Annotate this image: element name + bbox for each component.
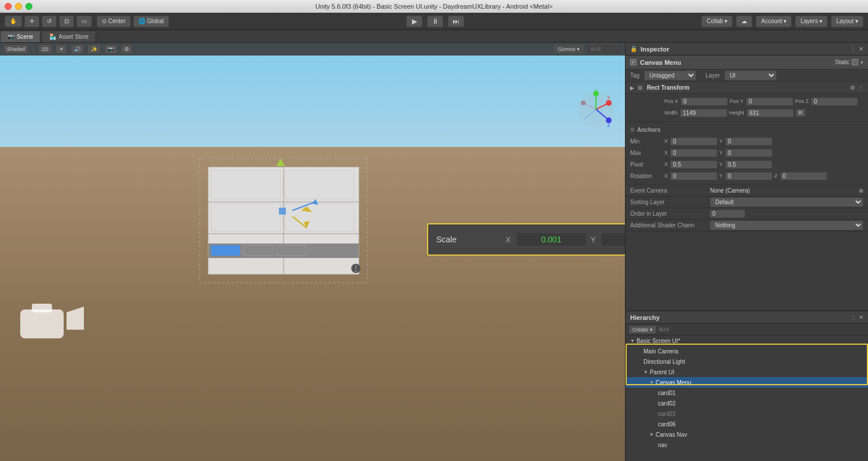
- rotation-y-input[interactable]: [726, 172, 772, 180]
- width-input[interactable]: [681, 109, 727, 117]
- scale-x-value[interactable]: 0.001: [517, 233, 586, 246]
- pivot-x-input[interactable]: [671, 161, 717, 168]
- rect-tool[interactable]: ▭: [76, 16, 92, 27]
- move-tool[interactable]: ✛: [24, 16, 39, 27]
- svg-rect-12: [211, 245, 240, 256]
- lock-icon: 🔒: [630, 46, 637, 52]
- tab-asset-store[interactable]: 🏪 Asset Store: [42, 31, 96, 42]
- pause-button[interactable]: ⏸: [427, 16, 443, 27]
- layers-button[interactable]: Layers ▾: [795, 16, 827, 27]
- hierarchy-item-canvas-menu[interactable]: ▼ Canvas Menu: [626, 377, 868, 388]
- 2d-button[interactable]: 2D: [38, 45, 52, 54]
- global-button[interactable]: 🌐 Global: [133, 16, 169, 27]
- minimize-button[interactable]: [15, 3, 22, 10]
- static-dropdown-icon[interactable]: ▾: [860, 60, 863, 65]
- step-button[interactable]: ⏭: [448, 16, 464, 27]
- camera-button[interactable]: 📷: [104, 45, 117, 54]
- maximize-button[interactable]: [25, 3, 32, 10]
- anchor-max-y-input[interactable]: [726, 149, 772, 157]
- section-gear-icon[interactable]: ⚙: [850, 84, 855, 91]
- inspector-close-icon[interactable]: ✕: [859, 46, 863, 52]
- scale-x-axis: X: [506, 235, 511, 244]
- shaded-button[interactable]: Shaded: [3, 45, 28, 54]
- hierarchy-close-icon[interactable]: ✕: [859, 314, 863, 320]
- global-icon: 🌐: [138, 18, 145, 24]
- hierarchy-item-card06[interactable]: card06: [626, 419, 868, 429]
- svg-rect-1: [32, 304, 52, 312]
- hierarchy-toolbar: Create ▾ ⌘All: [626, 324, 868, 335]
- pos-z-input[interactable]: [811, 98, 858, 105]
- center-icon: ⊙: [102, 18, 106, 24]
- main-layout: Shaded 2D ☀ 🔊 ✨ 📷 ⚙ Gizmos ▾: [0, 43, 868, 461]
- close-button[interactable]: [5, 3, 12, 10]
- account-button[interactable]: Account ▾: [756, 16, 792, 27]
- scale-y-value[interactable]: 0.001: [601, 233, 625, 246]
- navigation-widget: X Y Z: [576, 89, 616, 130]
- component-enabled-checkbox[interactable]: ✓: [630, 59, 637, 65]
- svg-point-30: [581, 101, 586, 105]
- tag-select[interactable]: Untagged: [644, 71, 696, 80]
- create-button[interactable]: Create ▾: [629, 326, 656, 334]
- tab-bar: 📷 Scene 🏪 Asset Store: [0, 30, 868, 43]
- hierarchy-item-directional-light[interactable]: Directional Light: [626, 356, 868, 367]
- order-layer-input[interactable]: [710, 210, 745, 217]
- canvas-nav-arrow-icon: ▼: [649, 432, 654, 437]
- audio-button[interactable]: 🔊: [71, 45, 84, 54]
- pivot-y-input[interactable]: [726, 161, 772, 168]
- svg-text:Y: Y: [594, 89, 598, 93]
- lighting-button[interactable]: ☀: [56, 45, 67, 54]
- center-button[interactable]: ⊙ Center: [97, 16, 131, 27]
- parent-ui-arrow-icon: ▼: [643, 370, 648, 375]
- height-input[interactable]: [747, 109, 793, 117]
- collab-button[interactable]: Collab ▾: [701, 16, 733, 27]
- scale-tool[interactable]: ⊡: [59, 16, 74, 27]
- hierarchy-panel-icons: ⋮ ✕: [851, 314, 863, 320]
- static-checkbox[interactable]: [852, 59, 858, 65]
- anchor-max-x-input[interactable]: [671, 149, 717, 157]
- size-row: Width Height R: [630, 108, 863, 118]
- anchor-min-y-input[interactable]: [726, 138, 772, 145]
- hierarchy-item-parent-ui[interactable]: ▼ Parent UI: [626, 367, 868, 377]
- hierarchy-root-scene[interactable]: ▼ Basic Screen UI*: [626, 335, 868, 346]
- pos-x-input[interactable]: [681, 98, 727, 105]
- inspector-menu-icon[interactable]: ⋮: [851, 46, 856, 52]
- toolbar: ✋ ✛ ↺ ⊡ ▭ ⊙ Center 🌐 Global ▶ ⏸ ⏭ Collab…: [0, 13, 868, 30]
- hierarchy-item-nav[interactable]: nav: [626, 440, 868, 450]
- effects-button[interactable]: ✨: [87, 45, 101, 54]
- sorting-layer-select[interactable]: Default: [710, 197, 863, 207]
- play-button[interactable]: ▶: [406, 16, 422, 27]
- hierarchy-menu-icon[interactable]: ⋮: [851, 314, 856, 320]
- root-arrow-icon: ▼: [630, 338, 635, 344]
- gizmos-button[interactable]: Gizmos ▾: [554, 45, 583, 53]
- event-camera-plus-icon[interactable]: ⊕: [859, 187, 863, 194]
- toolbar-separator: [33, 45, 34, 53]
- svg-rect-9: [211, 204, 281, 231]
- rotation-z-input[interactable]: [781, 172, 827, 180]
- layer-select[interactable]: UI: [724, 71, 777, 80]
- additional-shader-select[interactable]: Nothing: [710, 220, 863, 230]
- search-input[interactable]: [587, 45, 621, 54]
- rotation-x-input[interactable]: [671, 172, 717, 180]
- svg-text:X: X: [607, 95, 610, 100]
- play-controls: ▶ ⏸ ⏭: [174, 16, 697, 27]
- pivot-row: Pivot X Y: [630, 159, 863, 169]
- rotate-tool[interactable]: ↺: [42, 16, 57, 27]
- section-more-icon[interactable]: ⋮: [858, 84, 863, 91]
- size-r-button[interactable]: R: [796, 109, 806, 117]
- store-icon: 🏪: [49, 34, 56, 40]
- cloud-button[interactable]: ☁: [736, 16, 752, 27]
- hierarchy-item-card01[interactable]: card01: [626, 388, 868, 398]
- rect-transform-header[interactable]: ▶ ⊞ Rect Transform ⚙ ⋮: [626, 82, 868, 94]
- hierarchy-item-canvas-nav[interactable]: ▼ Canvas Nav: [626, 429, 868, 440]
- pos-y-input[interactable]: [746, 98, 793, 105]
- scene-settings[interactable]: ⚙: [121, 45, 133, 54]
- tab-scene[interactable]: 📷 Scene: [0, 31, 41, 42]
- hierarchy-item-main-camera[interactable]: Main Camera: [626, 346, 868, 356]
- layout-button[interactable]: Layout ▾: [831, 16, 863, 27]
- hierarchy-item-card02[interactable]: card02: [626, 398, 868, 408]
- anchor-min-x-input[interactable]: [671, 138, 717, 145]
- hierarchy-item-card03[interactable]: card03: [626, 408, 868, 419]
- hand-tool[interactable]: ✋: [5, 16, 22, 27]
- rect-transform-icon: ⊞: [638, 84, 642, 91]
- scene-icon: 📷: [8, 34, 14, 40]
